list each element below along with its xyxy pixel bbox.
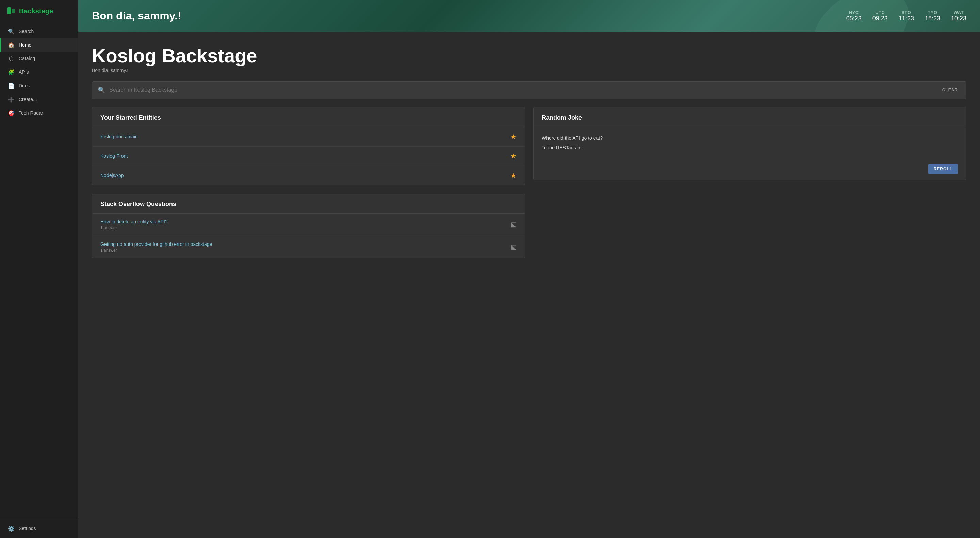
sidebar-nav: 🔍 Search 🏠 Home ⬡ Catalog 🧩 APIs 📄 Docs … bbox=[0, 22, 78, 519]
star-icon-2: ★ bbox=[511, 152, 517, 160]
stack-overflow-body: How to delete an entity via API? 1 answe… bbox=[92, 214, 525, 258]
external-link-icon-2: ⬕ bbox=[511, 243, 517, 251]
svg-rect-1 bbox=[11, 9, 15, 13]
clock-tyo-tz: TYO bbox=[925, 10, 940, 15]
page-title: Koslog Backstage bbox=[92, 45, 966, 66]
clock-nyc-tz: NYC bbox=[846, 10, 862, 15]
clock-nyc: NYC 05:23 bbox=[846, 10, 862, 22]
search-icon: 🔍 bbox=[8, 28, 14, 35]
random-joke-header: Random Joke bbox=[533, 108, 966, 127]
sidebar-item-apis-label: APIs bbox=[19, 69, 29, 75]
sidebar-item-home-label: Home bbox=[19, 42, 31, 48]
clock-tyo: TYO 18:23 bbox=[925, 10, 940, 22]
clock-wat-time: 10:23 bbox=[951, 15, 966, 22]
sidebar-item-search-label: Search bbox=[19, 29, 34, 34]
title-section: Koslog Backstage Bon dia, sammy.! bbox=[92, 45, 966, 73]
clock-utc-tz: UTC bbox=[872, 10, 888, 15]
sidebar-item-tech-radar-label: Tech Radar bbox=[19, 110, 43, 116]
sidebar-item-create-label: Create... bbox=[19, 97, 37, 102]
so-question-2[interactable]: Getting no auth provider for github erro… bbox=[100, 241, 212, 247]
sidebar-item-settings[interactable]: ⚙️ Settings bbox=[0, 522, 78, 535]
clock-wat-tz: WAT bbox=[951, 10, 966, 15]
page-subtitle: Bon dia, sammy.! bbox=[92, 68, 966, 73]
clock-sto-tz: STO bbox=[899, 10, 914, 15]
sidebar-item-tech-radar[interactable]: 🎯 Tech Radar bbox=[0, 106, 78, 120]
so-question-1[interactable]: How to delete an entity via API? bbox=[100, 219, 168, 224]
external-link-icon-1: ⬕ bbox=[511, 221, 517, 228]
sidebar-item-create[interactable]: ➕ Create... bbox=[0, 92, 78, 106]
header-greeting: Bon dia, sammy.! bbox=[92, 10, 181, 22]
clock-utc-time: 09:23 bbox=[872, 15, 888, 22]
joke-question: Where did the API go to eat? bbox=[542, 135, 958, 141]
entity-item-2[interactable]: Koslog-Front ★ bbox=[92, 147, 525, 166]
main-content: Bon dia, sammy.! NYC 05:23 UTC 09:23 STO… bbox=[78, 0, 980, 538]
catalog-icon: ⬡ bbox=[8, 55, 14, 62]
clock-utc: UTC 09:23 bbox=[872, 10, 888, 22]
star-icon-1: ★ bbox=[511, 133, 517, 141]
sidebar-item-settings-label: Settings bbox=[19, 526, 36, 531]
search-bar-container[interactable]: 🔍 CLEAR bbox=[92, 81, 966, 99]
entity-link-1[interactable]: koslog-docs-main bbox=[100, 134, 138, 140]
two-col-layout: Your Starred Entities koslog-docs-main ★… bbox=[92, 107, 966, 259]
entity-link-3[interactable]: NodejsApp bbox=[100, 173, 124, 178]
clock-tyo-time: 18:23 bbox=[925, 15, 940, 22]
random-joke-card: Random Joke Where did the API go to eat?… bbox=[533, 107, 966, 180]
star-icon-3: ★ bbox=[511, 171, 517, 179]
sidebar: Backstage 🔍 Search 🏠 Home ⬡ Catalog 🧩 AP… bbox=[0, 0, 78, 538]
so-answer-count-1: 1 answer bbox=[100, 225, 168, 230]
create-icon: ➕ bbox=[8, 96, 14, 103]
sidebar-logo[interactable]: Backstage bbox=[0, 0, 78, 22]
clock-sto-time: 11:23 bbox=[899, 15, 914, 22]
sidebar-logo-text: Backstage bbox=[19, 7, 53, 15]
sidebar-item-home[interactable]: 🏠 Home bbox=[0, 38, 78, 52]
svg-rect-0 bbox=[8, 8, 11, 14]
so-item-2[interactable]: Getting no auth provider for github erro… bbox=[92, 236, 525, 258]
sidebar-item-catalog[interactable]: ⬡ Catalog bbox=[0, 52, 78, 65]
stack-overflow-header: Stack Overflow Questions bbox=[92, 194, 525, 214]
docs-icon: 📄 bbox=[8, 82, 14, 89]
sidebar-bottom: ⚙️ Settings bbox=[0, 519, 78, 538]
sidebar-item-catalog-label: Catalog bbox=[19, 56, 35, 61]
so-item-1[interactable]: How to delete an entity via API? 1 answe… bbox=[92, 214, 525, 236]
search-icon-inline: 🔍 bbox=[98, 86, 105, 94]
joke-body: Where did the API go to eat? To the REST… bbox=[533, 127, 966, 159]
backstage-logo-icon bbox=[7, 6, 16, 16]
entity-link-2[interactable]: Koslog-Front bbox=[100, 153, 127, 159]
sidebar-item-apis[interactable]: 🧩 APIs bbox=[0, 65, 78, 79]
col-right: Random Joke Where did the API go to eat?… bbox=[533, 107, 966, 259]
starred-entities-card: Your Starred Entities koslog-docs-main ★… bbox=[92, 107, 525, 185]
starred-entities-header: Your Starred Entities bbox=[92, 108, 525, 127]
apis-icon: 🧩 bbox=[8, 69, 14, 76]
joke-answer: To the RESTaurant. bbox=[542, 145, 958, 150]
search-input[interactable] bbox=[109, 87, 940, 93]
stack-overflow-card: Stack Overflow Questions How to delete a… bbox=[92, 194, 525, 259]
so-item-info-2: Getting no auth provider for github erro… bbox=[100, 241, 212, 253]
search-clear-button[interactable]: CLEAR bbox=[940, 86, 961, 94]
sidebar-item-docs-label: Docs bbox=[19, 83, 30, 89]
settings-icon: ⚙️ bbox=[8, 525, 14, 532]
page-content: Koslog Backstage Bon dia, sammy.! 🔍 CLEA… bbox=[78, 32, 980, 272]
entity-item-3[interactable]: NodejsApp ★ bbox=[92, 166, 525, 185]
header-banner: Bon dia, sammy.! NYC 05:23 UTC 09:23 STO… bbox=[78, 0, 980, 32]
header-clocks: NYC 05:23 UTC 09:23 STO 11:23 TYO 18:23 … bbox=[846, 10, 966, 22]
so-answer-count-2: 1 answer bbox=[100, 248, 212, 253]
sidebar-item-docs[interactable]: 📄 Docs bbox=[0, 79, 78, 92]
home-icon: 🏠 bbox=[8, 41, 14, 48]
joke-footer: REROLL bbox=[533, 159, 966, 179]
sidebar-item-search[interactable]: 🔍 Search bbox=[0, 24, 78, 38]
clock-nyc-time: 05:23 bbox=[846, 15, 862, 22]
clock-wat: WAT 10:23 bbox=[951, 10, 966, 22]
tech-radar-icon: 🎯 bbox=[8, 110, 14, 116]
col-left: Your Starred Entities koslog-docs-main ★… bbox=[92, 107, 525, 259]
entity-item-1[interactable]: koslog-docs-main ★ bbox=[92, 127, 525, 147]
so-item-info-1: How to delete an entity via API? 1 answe… bbox=[100, 219, 168, 230]
clock-sto: STO 11:23 bbox=[899, 10, 914, 22]
starred-entities-body: koslog-docs-main ★ Koslog-Front ★ Nodejs… bbox=[92, 127, 525, 185]
reroll-button[interactable]: REROLL bbox=[928, 164, 958, 174]
